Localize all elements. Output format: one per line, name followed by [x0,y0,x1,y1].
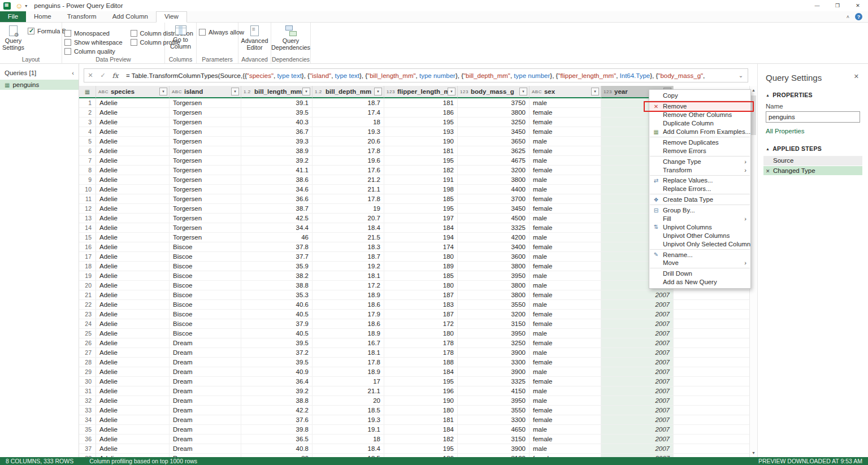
cell-body-mass-g[interactable]: 3650 [458,137,530,146]
cell-flipper-length-mm[interactable]: 181 [384,415,458,424]
close-settings-icon[interactable]: ✕ [854,73,859,80]
cell-island[interactable]: Biscoe [170,281,241,290]
cell-species[interactable]: Adelie [96,156,170,165]
cell-sex[interactable]: female [530,377,601,386]
cell-sex[interactable]: female [530,194,601,203]
cell-flipper-length-mm[interactable]: 190 [384,396,458,405]
cell-bill-length-mm[interactable]: 39.2 [241,156,313,165]
cell-bill-length-mm[interactable]: 39.5 [241,338,313,347]
menu-item-change-type[interactable]: Change Type› [649,157,750,166]
cell-island[interactable]: Biscoe [170,242,241,251]
cell-bill-length-mm[interactable]: 46 [241,233,313,242]
cell-bill-depth-mm[interactable]: 19.6 [313,156,384,165]
cell-species[interactable]: Adelie [96,214,170,223]
cell-sex[interactable]: male [530,300,601,309]
advanced-editor-button[interactable]: Advanced Editor [241,24,268,55]
cell-sex[interactable]: male [530,396,601,405]
cell-body-mass-g[interactable]: 4400 [458,185,530,194]
cell-year[interactable]: 2007 [601,319,674,328]
cell-bill-length-mm[interactable]: 39.5 [241,358,313,367]
cell-body-mass-g[interactable]: 4200 [458,233,530,242]
cell-year[interactable]: 2007 [601,406,674,415]
cell-bill-depth-mm[interactable]: 19.2 [313,262,384,271]
cell-bill-depth-mm[interactable]: 18.4 [313,223,384,232]
cell-year[interactable]: 2007 [601,348,674,357]
cell-bill-depth-mm[interactable]: 19 [313,204,384,213]
cell-flipper-length-mm[interactable]: 188 [384,358,458,367]
cell-bill-length-mm[interactable]: 34.6 [241,185,313,194]
minimize-button[interactable]: — [807,0,827,11]
column-quality-checkbox[interactable]: Column quality [64,48,123,55]
cell-island[interactable]: Biscoe [170,290,241,299]
cell-flipper-length-mm[interactable]: 195 [384,204,458,213]
cell-island[interactable]: Biscoe [170,329,241,338]
cell-island[interactable]: Biscoe [170,262,241,271]
menu-item-unpivot-columns[interactable]: ⇅Unpivot Columns [649,223,750,231]
cell-island[interactable]: Dream [170,415,241,424]
cell-bill-depth-mm[interactable]: 18.6 [313,319,384,328]
cell-sex[interactable]: female [530,310,601,319]
cell-species[interactable]: Adelie [96,262,170,271]
filter-dropdown-icon[interactable]: ▾ [302,88,310,95]
cell-year[interactable]: 2007 [601,329,674,338]
cell-body-mass-g[interactable]: 3300 [458,415,530,424]
cell-flipper-length-mm[interactable]: 182 [384,434,458,444]
cell-body-mass-g[interactable]: 3200 [458,166,530,175]
cell-body-mass-g[interactable]: 3800 [458,290,530,299]
cell-body-mass-g[interactable]: 3900 [458,444,530,453]
cell-sex[interactable]: female [530,166,601,175]
cell-flipper-length-mm[interactable]: 184 [384,367,458,376]
menu-item-replace-values[interactable]: ⇄Replace Values... [649,176,750,185]
cell-bill-length-mm[interactable]: 37.2 [241,348,313,357]
cell-sex[interactable]: female [530,415,601,424]
cell-species[interactable]: Adelie [96,310,170,319]
cell-bill-length-mm[interactable]: 37.7 [241,252,313,261]
cell-bill-depth-mm[interactable]: 21.1 [313,185,384,194]
cell-bill-length-mm[interactable]: 40.6 [241,300,313,309]
cell-bill-depth-mm[interactable]: 17.4 [313,108,384,117]
tab-view[interactable]: View [156,11,187,23]
cell-flipper-length-mm[interactable]: 196 [384,386,458,396]
cell-flipper-length-mm[interactable]: 189 [384,262,458,271]
cell-bill-length-mm[interactable]: 35.9 [241,262,313,271]
cell-sex[interactable]: female [530,127,601,136]
cell-body-mass-g[interactable]: 3950 [458,396,530,405]
cell-island[interactable]: Torgersen [170,137,241,146]
cell-year[interactable]: 2007 [601,377,674,386]
cell-species[interactable]: Adelie [96,386,170,396]
cell-bill-depth-mm[interactable]: 17.6 [313,166,384,175]
cell-sex[interactable]: male [530,386,601,396]
cell-body-mass-g[interactable]: 3800 [458,175,530,184]
filter-dropdown-icon[interactable]: ▾ [591,88,599,95]
menu-item-remove-other-columns[interactable]: Remove Other Columns [649,111,750,119]
cell-body-mass-g[interactable]: 4650 [458,425,530,434]
cell-island[interactable]: Dream [170,358,241,367]
cell-island[interactable]: Dream [170,434,241,444]
delete-step-icon[interactable]: ✕ [766,167,770,176]
cell-bill-depth-mm[interactable]: 18.1 [313,271,384,280]
cell-species[interactable]: Adelie [96,444,170,453]
menu-item-replace-errors[interactable]: Replace Errors... [649,185,750,193]
cell-species[interactable]: Adelie [96,406,170,415]
cell-bill-length-mm[interactable]: 36.5 [241,434,313,444]
cell-body-mass-g[interactable]: 3750 [458,98,530,107]
cell-bill-depth-mm[interactable]: 20.7 [313,214,384,223]
filter-dropdown-icon[interactable]: ▾ [448,88,455,95]
table-row[interactable]: 34AdelieDream37.619.31813300female2007 [79,415,749,425]
table-row[interactable]: 21AdelieBiscoe35.318.91873800female2007 [79,290,749,300]
cell-sex[interactable]: female [530,223,601,232]
cell-body-mass-g[interactable]: 3250 [458,118,530,127]
cell-island[interactable]: Dream [170,377,241,386]
menu-item-add-column-from-examples[interactable]: ▦Add Column From Examples... [649,128,750,136]
cell-sex[interactable]: male [530,252,601,261]
table-row[interactable]: 37AdelieDream40.818.41953900male2007 [79,444,749,454]
cell-species[interactable]: Adelie [96,223,170,232]
filter-dropdown-icon[interactable]: ▾ [159,88,167,95]
table-row[interactable]: 30AdelieDream36.4171953325female2007 [79,377,749,386]
cell-species[interactable]: Adelie [96,108,170,117]
table-row[interactable]: 36AdelieDream36.5181823150female2007 [79,434,749,444]
cell-bill-depth-mm[interactable]: 21.5 [313,233,384,242]
cell-bill-depth-mm[interactable]: 17.8 [313,146,384,155]
cell-body-mass-g[interactable]: 3400 [458,242,530,251]
cell-year[interactable]: 2007 [601,338,674,347]
